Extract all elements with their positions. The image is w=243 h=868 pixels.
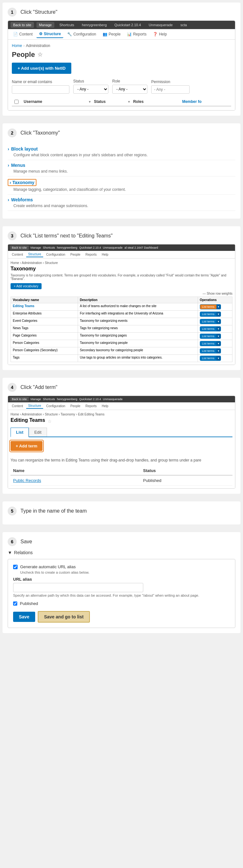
tags-list-main[interactable]: List terms	[200, 356, 216, 361]
person-list-arrow[interactable]: ▾	[216, 341, 221, 346]
mini-manage[interactable]: Manage	[31, 246, 41, 249]
nav-structure[interactable]: ⚙ Structure	[36, 30, 63, 38]
nav-people[interactable]: 👥 People	[100, 31, 123, 38]
mini-back-to-site[interactable]: Back to site	[10, 245, 29, 250]
mini-toolbar-4: Back to site Manage Shortcuts henrygreen…	[8, 396, 235, 402]
person-list-main[interactable]: List terms	[200, 341, 216, 346]
status-sort-icon[interactable]: ▼	[128, 100, 131, 103]
mini4-star-icon[interactable]: ☆	[48, 418, 52, 424]
mini-cell-editing-teams-desc: A list of teams authorized to make chang…	[78, 303, 198, 311]
step-2-content: › Block layout Configure what block cont…	[8, 141, 235, 214]
enterprise-list-arrow[interactable]: ▾	[216, 312, 221, 316]
back-to-site-btn[interactable]: Back to site	[10, 22, 34, 28]
step-4-header: 4 Click "Add term"	[8, 383, 235, 392]
person-sec-list-main[interactable]: List terms	[200, 349, 216, 353]
mini4-nav-config[interactable]: Configuration	[44, 404, 67, 408]
nav-reports[interactable]: 📊 Reports	[124, 31, 149, 38]
mini-cell-enterprise-ops: List terms ▾	[198, 311, 232, 318]
url-alias-input[interactable]	[13, 583, 143, 592]
add-term-button[interactable]: + Add term	[10, 441, 42, 451]
step-3-header: 3 Click "List terms" next to "Editing Te…	[8, 231, 235, 240]
select-all-checkbox[interactable]	[14, 100, 19, 104]
mini4-manage[interactable]: Manage	[31, 398, 41, 401]
mini-add-vocab-btn[interactable]: + Add vocabulary	[10, 283, 41, 289]
step-5-header: 5 Type in the name of the team	[8, 506, 235, 516]
mini-row-news: News Tags Tags for categorizing news Lis…	[11, 326, 233, 333]
unmasquerade-nav[interactable]: Unmasquerade	[146, 22, 175, 28]
menu-item-webforms: › Webforms Create webforms and manage su…	[8, 195, 235, 211]
mini-list-terms-btn-news[interactable]: List terms ▾	[200, 326, 221, 332]
mini-list-terms-btn-person[interactable]: List terms ▾	[200, 341, 221, 346]
relations-toggle[interactable]: ▼ Relations	[8, 550, 235, 555]
news-list-arrow[interactable]: ▾	[216, 327, 221, 331]
username-sort-icon[interactable]: ▼	[88, 100, 91, 103]
mini4-shortcuts[interactable]: Shortcuts	[43, 398, 55, 401]
mini-nav-people-3[interactable]: People	[68, 252, 82, 257]
breadcrumb-admin: Administration	[26, 43, 50, 48]
nav-configuration[interactable]: 🔧 Configuration	[65, 31, 98, 38]
tab-list[interactable]: List	[10, 428, 29, 437]
mini4-nav-content[interactable]: Content	[10, 404, 25, 408]
mini4-back-to-site[interactable]: Back to site	[10, 397, 29, 401]
menu-item-block-layout: › Block layout Configure what block cont…	[8, 144, 235, 160]
mini4-nav-help[interactable]: Help	[100, 404, 110, 408]
status-filter-select[interactable]: - Any -	[73, 85, 109, 94]
permission-filter-input[interactable]	[151, 85, 190, 94]
quickstart-nav[interactable]: Quickstart 2.10.4	[112, 22, 144, 28]
mini-nav-reports-3[interactable]: Reports	[84, 252, 98, 257]
public-records-link[interactable]: Public Records	[13, 478, 41, 483]
tags-list-arrow[interactable]: ▾	[216, 356, 221, 361]
page-list-arrow[interactable]: ▾	[216, 334, 221, 338]
list-terms-arrow[interactable]: ▾	[216, 305, 221, 309]
name-filter-input[interactable]	[12, 85, 69, 94]
mini-list-terms-btn-person-sec[interactable]: List terms ▾	[200, 348, 221, 353]
menus-link[interactable]: › Menus	[8, 163, 235, 168]
step-2-header: 2 Click "Taxonomy"	[8, 128, 235, 137]
mini4-nav-people[interactable]: People	[68, 404, 82, 408]
mini4-quickstart[interactable]: Quickstart 2.10.4	[79, 398, 101, 401]
mini4-nav-reports[interactable]: Reports	[84, 404, 98, 408]
add-user-button[interactable]: + Add user(s) with NetID	[12, 63, 71, 74]
breadcrumb-home[interactable]: Home	[12, 43, 22, 48]
event-list-arrow[interactable]: ▾	[216, 319, 221, 324]
mini-list-terms-btn-page[interactable]: List terms ▾	[200, 334, 221, 339]
generate-alias-checkbox[interactable]	[13, 565, 18, 569]
mini4-unmasquerade[interactable]: Unmasquerade	[103, 398, 123, 401]
save-and-go-to-list-button[interactable]: Save and go to list	[38, 611, 90, 623]
mini-nav-content-3[interactable]: Content	[10, 252, 25, 257]
nav-content[interactable]: 📄 Content	[10, 31, 35, 38]
step-3-container: 3 Click "List terms" next to "Editing Te…	[3, 226, 240, 370]
mini-nav-help-3[interactable]: Help	[100, 252, 110, 257]
mini-cell-page-ops: List terms ▾	[198, 333, 232, 340]
mini-list-terms-btn-event[interactable]: List terms ▾	[200, 319, 221, 324]
mini-unmasquerade[interactable]: Unmasquerade	[103, 246, 123, 249]
mini-shortcuts[interactable]: Shortcuts	[43, 246, 55, 249]
tab-edit[interactable]: Edit	[29, 428, 47, 437]
mini-cell-page-name: Page Categories	[11, 333, 78, 340]
person-sec-list-arrow[interactable]: ▾	[216, 349, 221, 353]
mini-list-terms-btn-editing[interactable]: List terms ▾	[200, 304, 221, 309]
news-list-main[interactable]: List terms	[200, 327, 216, 331]
mini-list-terms-btn-tags[interactable]: List terms ▾	[200, 356, 221, 361]
published-checkbox[interactable]	[13, 601, 17, 606]
block-layout-link[interactable]: › Block layout	[8, 146, 235, 152]
mini-nav-config-3[interactable]: Configuration	[44, 252, 67, 257]
event-list-main[interactable]: List terms	[200, 319, 216, 324]
mini4-nav-structure[interactable]: Structure	[26, 403, 43, 409]
page-list-main[interactable]: List terms	[200, 334, 216, 338]
favorite-icon[interactable]: ☆	[37, 51, 42, 58]
mini-cell-person-desc: Taxonomy for categorizing people	[78, 340, 198, 347]
mini-nav-structure-3[interactable]: Structure	[26, 252, 43, 257]
list-terms-main[interactable]: List terms	[200, 305, 216, 309]
mini-list-terms-btn-enterprise[interactable]: List terms ▾	[200, 312, 221, 317]
role-filter-select[interactable]: - Any -	[112, 85, 147, 94]
enterprise-list-main[interactable]: List terms	[200, 312, 216, 316]
shortcuts-nav[interactable]: Shortcuts	[57, 22, 77, 28]
mini-extra: al steal 2.1647 Dashboard	[124, 246, 158, 249]
mini-quickstart[interactable]: Quickstart 2.10.4	[79, 246, 101, 249]
nav-help[interactable]: ❓ Help	[150, 31, 170, 38]
webforms-link[interactable]: › Webforms	[8, 197, 235, 202]
taxonomy-link[interactable]: › Taxonomy	[8, 179, 235, 186]
save-button[interactable]: Save	[13, 612, 35, 622]
manage-nav[interactable]: Manage	[36, 22, 54, 28]
